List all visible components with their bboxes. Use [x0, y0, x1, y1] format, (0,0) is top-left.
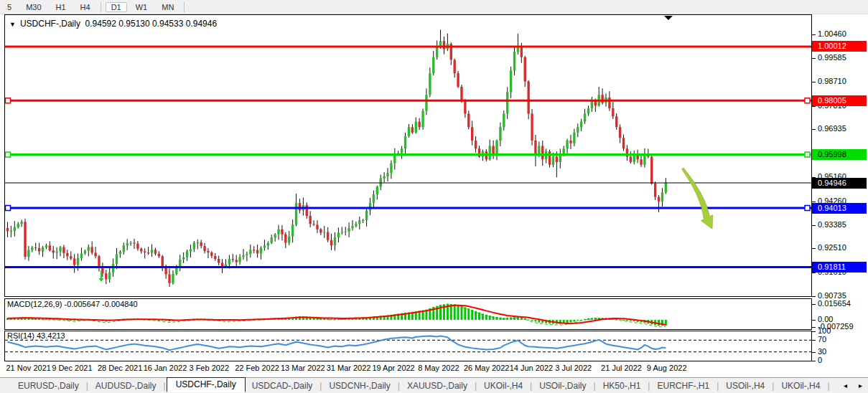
candle-body: [129, 243, 131, 244]
candle-body: [499, 127, 501, 141]
candle-body: [253, 250, 255, 250]
chart-shift-marker-icon[interactable]: [664, 16, 673, 20]
symbol-tab-eurusd-daily[interactable]: EURUSD-,Daily: [11, 379, 85, 392]
candle-body: [235, 260, 237, 262]
symbol-tab-usoil-h4[interactable]: USOil-,H4: [719, 379, 771, 392]
candle-body: [608, 98, 610, 108]
candle-body: [38, 248, 40, 252]
down-arrow-annotation[interactable]: [682, 168, 713, 229]
symbol-tab-audusd-daily[interactable]: AUDUSD-,Daily: [89, 379, 163, 392]
macd-histogram-bar: [538, 320, 540, 323]
candle-body: [210, 252, 213, 256]
candle-body: [271, 237, 273, 243]
chart-title: ▼USDCHF-,Daily 0.94592 0.95130 0.94533 0…: [9, 19, 217, 29]
date-label: 16 Jan 2022: [144, 364, 187, 372]
symbol-tab-ukoil-h4[interactable]: UKOil-,H4: [775, 379, 826, 392]
candle-body: [281, 229, 283, 235]
candle-body: [492, 146, 494, 153]
macd-values: -0.005647 -0.004840: [64, 300, 137, 308]
candle-body: [503, 113, 505, 127]
symbol-tab-eurchf-h1[interactable]: EURCHF-,H1: [650, 379, 716, 392]
price-tick: [812, 273, 816, 273]
price-tick: [812, 248, 816, 249]
macd-histogram-bar: [569, 320, 571, 323]
macd-histogram-bar: [493, 316, 495, 320]
symbol-dropdown-icon[interactable]: ▼: [9, 21, 16, 28]
candle-body: [197, 242, 199, 243]
timeframe-button-d1[interactable]: D1: [106, 2, 127, 12]
line-handle-left[interactable]: [6, 98, 11, 103]
candle-body: [383, 176, 385, 179]
candle-body: [495, 141, 498, 154]
macd-histogram-bar: [531, 320, 533, 321]
candle-body: [506, 92, 508, 113]
line-handle-right[interactable]: [805, 98, 810, 103]
candle-body: [319, 229, 322, 233]
candle-body: [432, 57, 434, 74]
symbol-tab-ukoil-h4[interactable]: UKOil-,H4: [477, 379, 529, 392]
tab-separator: |: [86, 381, 88, 391]
line-handle-right[interactable]: [805, 152, 810, 157]
toolbar-separator: [184, 2, 185, 12]
candle-body: [291, 224, 294, 237]
price-level-badge: 0.98005: [812, 95, 867, 106]
timeframe-button-5[interactable]: 5: [1, 2, 17, 12]
candle-body: [443, 41, 445, 49]
tab-separator: |: [475, 381, 477, 391]
candle-body: [355, 224, 357, 226]
symbol-tab-hk50-h1[interactable]: HK50-,H1: [597, 379, 648, 392]
rsi-tick-label: 30: [818, 347, 826, 356]
rsi-canvas: [5, 331, 811, 361]
date-label: 19 Apr 2022: [372, 364, 414, 372]
candle-body: [263, 245, 266, 247]
main-chart-panel[interactable]: [4, 14, 812, 297]
price-tick: [812, 34, 816, 35]
macd-histogram-bar: [454, 304, 456, 320]
candle-body: [464, 100, 466, 114]
candle-body: [341, 232, 343, 233]
main-chart-canvas[interactable]: [5, 15, 811, 296]
candle-body: [619, 127, 621, 138]
symbol-tab-usoil-daily[interactable]: USOil-,Daily: [533, 379, 592, 392]
tab-scroll-left-icon[interactable]: ◂: [844, 382, 847, 389]
timeframe-button-mn[interactable]: MN: [156, 2, 179, 12]
date-label: 26 May 2022: [464, 364, 510, 372]
timeframe-button-h4[interactable]: H4: [75, 2, 96, 12]
candle-body: [376, 186, 378, 194]
line-handle-right[interactable]: [805, 206, 810, 211]
timeframe-button-h1[interactable]: H1: [50, 2, 72, 12]
candle-body: [358, 220, 360, 224]
date-label: 8 May 2022: [418, 364, 459, 372]
candle-body: [31, 247, 33, 250]
symbol-tab-usdchf-daily[interactable]: USDCHF-,Daily: [167, 377, 246, 392]
candle-body: [327, 232, 329, 240]
candle-body: [45, 245, 47, 247]
line-handle-left[interactable]: [6, 206, 11, 211]
candle-body: [228, 259, 230, 265]
price-tick-label: 0.92510: [818, 243, 846, 252]
candle-body: [62, 247, 65, 253]
timeframe-button-w1[interactable]: W1: [130, 2, 154, 12]
candle-body: [640, 159, 642, 165]
candle-body: [284, 235, 286, 243]
symbol-tab-usdcnh-daily[interactable]: USDCNH-,Daily: [322, 379, 396, 392]
candle-body: [168, 275, 170, 283]
candle-body: [306, 205, 308, 216]
rsi-panel[interactable]: [4, 331, 812, 361]
symbol-tab-bar: EURUSD-,Daily|AUDUSD-,Daily|USDCHF-,Dail…: [0, 377, 868, 393]
symbol-tab-xauusd-daily[interactable]: XAUUSD-,Daily: [401, 379, 474, 392]
symbol-tab-usdcad-daily[interactable]: USDCAD-,Daily: [246, 379, 319, 392]
line-handle-left[interactable]: [6, 152, 11, 157]
candle-body: [10, 231, 12, 232]
date-label: 28 Dec 2021: [98, 364, 142, 372]
date-label: 21 Nov 2021: [6, 364, 51, 372]
tab-separator: |: [319, 381, 322, 391]
candle-body: [524, 57, 526, 82]
timeframe-button-m30[interactable]: M30: [20, 2, 47, 12]
candle-body: [295, 203, 297, 224]
tab-scroll-right-icon[interactable]: ▸: [859, 382, 862, 389]
candle-body: [214, 256, 216, 259]
candle-body: [601, 95, 603, 103]
candle-body: [373, 194, 375, 203]
candle-body: [569, 141, 571, 143]
